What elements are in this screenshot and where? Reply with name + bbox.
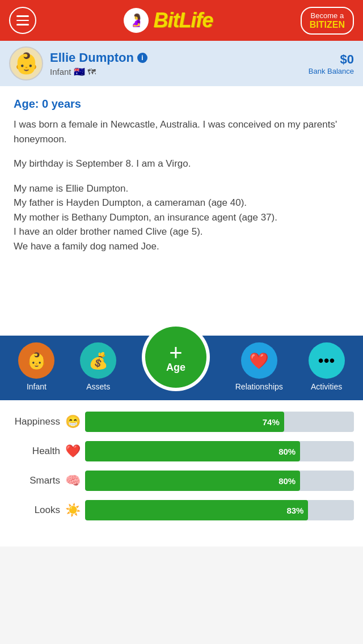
bio-text: I was born a female in Newcastle, Austra… (14, 117, 349, 253)
stat-label: Health (9, 446, 60, 457)
app-header: 🤰 BitLife Become a BITIZEN (0, 0, 363, 41)
stat-emoji: 🧠 (65, 473, 81, 488)
stat-bar-bg: 74% (85, 412, 354, 432)
stat-emoji: ❤️ (65, 444, 81, 459)
main-content: Age: 0 years I was born a female in Newc… (0, 86, 363, 336)
info-icon[interactable]: i (137, 53, 147, 63)
character-title: Infant 🇦🇺 🗺 (50, 66, 147, 77)
stat-rows: Happiness😁74%Health❤️80%Smarts🧠80%Looks☀… (9, 412, 354, 520)
character-info: Ellie Dumpton i Infant 🇦🇺 🗺 (50, 50, 147, 77)
become-line2: BITIZEN (310, 20, 345, 30)
stat-label: Happiness (9, 416, 60, 427)
character-bar: 👶 Ellie Dumpton i Infant 🇦🇺 🗺 $0 Bank Ba… (0, 41, 363, 86)
bio-paragraph-1: I was born a female in Newcastle, Austra… (14, 117, 349, 146)
age-heading: Age: 0 years (14, 98, 349, 111)
menu-button[interactable] (9, 7, 36, 34)
character-left: 👶 Ellie Dumpton i Infant 🇦🇺 🗺 (9, 46, 147, 80)
logo-icon: 🤰 (124, 8, 149, 33)
bottom-nav-wrapper: 👶 Infant 💰 Assets + Age ❤️ Relationships… (0, 336, 363, 400)
become-bitizen-button[interactable]: Become a BITIZEN (301, 7, 354, 35)
nav-item-assets[interactable]: 💰 Assets (80, 342, 116, 391)
stat-bar-fill: 80% (85, 471, 300, 491)
stat-emoji: 😁 (65, 414, 81, 429)
stat-bar-fill: 74% (85, 412, 284, 432)
bio-paragraph-3: My name is Ellie Dumpton. My father is H… (14, 181, 349, 254)
stat-label: Looks (9, 505, 60, 516)
infant-label: Infant (27, 382, 47, 391)
stats-section: Happiness😁74%Health❤️80%Smarts🧠80%Looks☀… (0, 400, 363, 546)
bottom-nav: 👶 Infant 💰 Assets + Age ❤️ Relationships… (0, 342, 363, 391)
app-logo: 🤰 BitLife (124, 8, 213, 33)
avatar: 👶 (9, 46, 43, 80)
stat-bar-bg: 83% (85, 500, 354, 520)
nav-item-activities[interactable]: ••• Activities (309, 342, 345, 391)
activities-label: Activities (311, 382, 342, 391)
bank-amount: $0 (309, 52, 354, 67)
logo-text: BitLife (153, 9, 213, 32)
nav-item-infant[interactable]: 👶 Infant (18, 342, 54, 391)
age-button[interactable]: + Age (145, 327, 206, 388)
nav-item-relationships[interactable]: ❤️ Relationships (235, 342, 283, 391)
age-label: Age (166, 362, 185, 374)
stat-bar-fill: 83% (85, 500, 308, 520)
age-button-wrapper: + Age (142, 323, 210, 391)
relationships-icon: ❤️ (241, 342, 277, 379)
age-button-outer: + Age (142, 323, 210, 391)
stat-row: Health❤️80% (9, 441, 354, 461)
stat-label: Smarts (9, 475, 60, 486)
become-line1: Become a (310, 11, 345, 20)
character-right: $0 Bank Balance (309, 52, 354, 75)
activities-icon: ••• (309, 342, 345, 379)
bio-paragraph-2: My birthday is September 8. I am a Virgo… (14, 156, 349, 171)
stat-emoji: ☀️ (65, 503, 81, 518)
stat-row: Smarts🧠80% (9, 471, 354, 491)
assets-label: Assets (86, 382, 110, 391)
infant-icon: 👶 (18, 342, 54, 379)
bank-label: Bank Balance (309, 67, 354, 75)
flag-emoji: 🇦🇺 (74, 66, 85, 77)
character-name: Ellie Dumpton i (50, 50, 147, 65)
stat-row: Looks☀️83% (9, 500, 354, 520)
relationships-label: Relationships (235, 382, 283, 391)
stat-row: Happiness😁74% (9, 412, 354, 432)
assets-icon: 💰 (80, 342, 116, 379)
stat-bar-bg: 80% (85, 471, 354, 491)
stat-bar-bg: 80% (85, 441, 354, 461)
map-icon: 🗺 (87, 67, 96, 77)
stat-bar-fill: 80% (85, 441, 300, 461)
age-plus-icon: + (169, 341, 182, 364)
